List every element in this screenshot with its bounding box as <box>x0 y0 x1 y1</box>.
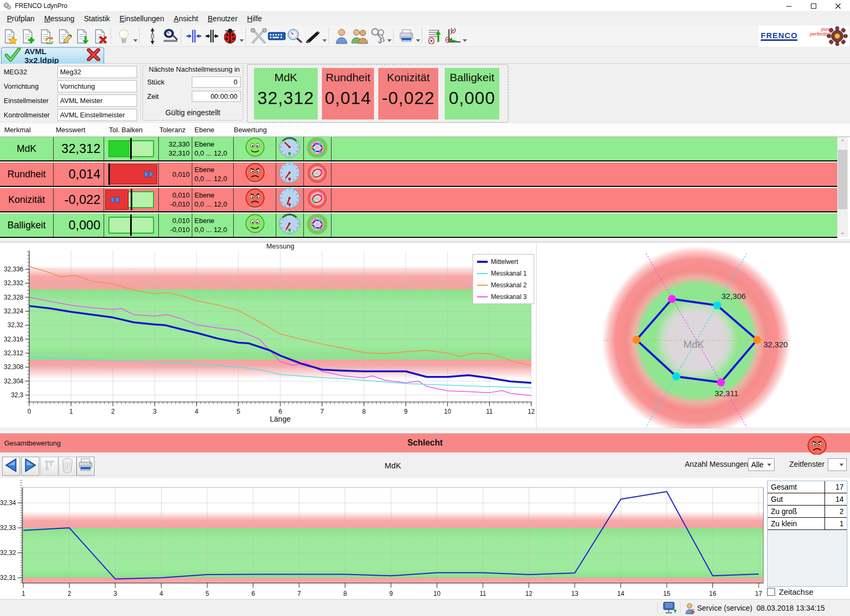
probe-button[interactable] <box>143 27 162 45</box>
maximize-button[interactable] <box>801 0 826 12</box>
delete-plan-button[interactable] <box>91 27 109 45</box>
group-title: Nächste Nachstellmessung in <box>147 65 241 73</box>
new-plan-button[interactable] <box>1 27 19 45</box>
table-header: Merkmal Messwert Tol. Balken Toleranz Eb… <box>0 123 850 137</box>
add-plan-button[interactable] <box>19 27 37 45</box>
keyboard-icon <box>268 30 286 42</box>
keys-button[interactable] <box>369 27 387 45</box>
pen-button[interactable] <box>304 27 322 45</box>
svg-text:1: 1 <box>69 408 73 415</box>
chevron-down-icon <box>416 39 420 42</box>
measure-device-button[interactable] <box>162 27 180 45</box>
zeitachse-checkbox[interactable] <box>767 588 775 596</box>
title-bar: FRENCO LdynPro <box>0 0 850 12</box>
chevron-down-icon <box>387 39 392 42</box>
svg-text:8: 8 <box>362 408 366 415</box>
keys-dropdown[interactable] <box>387 28 392 44</box>
svg-text:Messkanal 2: Messkanal 2 <box>491 281 527 289</box>
field-value[interactable]: Meg32 <box>57 66 137 78</box>
menu-item-messung[interactable]: Messung <box>39 13 79 24</box>
new-plan-icon <box>3 28 18 44</box>
tab-bar: AVML 3x2.ldpip <box>0 47 850 64</box>
keyboard-button[interactable] <box>268 27 286 45</box>
table-row-balligkeit[interactable]: Balligkeit 0,000 0,010-0,010 Ebene0,0 ..… <box>0 213 837 238</box>
toleranz-values: 32,33032,310 <box>159 137 192 160</box>
col-merkmal[interactable]: Merkmal <box>4 126 31 134</box>
reload-plan-button[interactable] <box>37 27 55 45</box>
toleranz-bar <box>104 162 159 186</box>
gueltig-status: Gültig eingestellt <box>143 108 243 117</box>
print-button[interactable] <box>397 27 415 45</box>
chart-dropdown[interactable] <box>462 28 468 44</box>
field-value[interactable]: AVML Einstellmeister <box>57 109 137 121</box>
minimize-button[interactable] <box>777 0 801 12</box>
kpi-value: 0,014 <box>322 88 374 108</box>
svg-text:15: 15 <box>663 590 670 597</box>
menu-item-statistik[interactable]: Statistik <box>79 13 115 24</box>
messwert-value: -0,022 <box>54 188 104 211</box>
scroll-down-icon[interactable]: ⌄ <box>837 227 848 237</box>
col-tolbalken[interactable]: Tol. Balken <box>109 126 143 134</box>
table-row-konizitaet[interactable]: Konizität -0,022 0,010-0,010 Ebene0,0 ..… <box>0 188 837 212</box>
svg-text:32,33: 32,33 <box>0 524 16 532</box>
stueck-value[interactable]: 0 <box>192 76 241 88</box>
scrollbar-thumb[interactable] <box>838 150 847 209</box>
svg-text:S: S <box>691 608 695 614</box>
zeit-value[interactable]: 00:00:00 <box>192 91 241 102</box>
table-row-rundheit[interactable]: Rundheit 0,014 0,010 Ebene0,0 ... 12,0 <box>0 162 837 187</box>
align-inward-button[interactable] <box>185 27 203 45</box>
chart-measure-button[interactable] <box>426 27 444 45</box>
col-toleranz[interactable]: Toleranz <box>159 126 185 134</box>
align-outward-button[interactable] <box>203 27 221 45</box>
kpi-value: -0,022 <box>378 88 438 108</box>
prev-button[interactable] <box>2 457 20 476</box>
messwert-value: 32,312 <box>54 137 104 160</box>
menu-item-prüfplan[interactable]: Prüfplan <box>2 13 39 24</box>
user-button[interactable] <box>333 27 351 45</box>
close-button[interactable] <box>826 0 850 12</box>
table-row-mdk[interactable]: MdK 32,312 32,33032,310 Ebene0,0 ... 12,… <box>0 137 837 161</box>
field-value[interactable]: AVML Meister <box>57 95 137 107</box>
lamp-dropdown[interactable] <box>133 28 138 44</box>
field-value[interactable]: Vorrichtung <box>57 80 137 92</box>
gauge-search-icon <box>286 28 303 44</box>
gauge-icon <box>276 137 304 160</box>
tab-close-icon[interactable] <box>87 48 100 63</box>
lamp-icon <box>118 28 130 44</box>
debug-button[interactable] <box>221 27 239 45</box>
menu-item-ansicht[interactable]: Ansicht <box>169 13 203 24</box>
lamp-button[interactable] <box>115 27 133 45</box>
measure-device-icon <box>162 28 180 44</box>
tools-button[interactable] <box>250 27 268 45</box>
menu-item-benutzer[interactable]: Benutzer <box>203 13 242 24</box>
debug-dropdown[interactable] <box>239 28 244 44</box>
users-button[interactable] <box>351 27 369 45</box>
scroll-up-icon[interactable]: ⌃ <box>837 137 848 147</box>
col-ebene[interactable]: Ebene <box>194 126 215 134</box>
tab-avml[interactable]: AVML 3x2.ldpip <box>1 47 104 64</box>
anzahl-select[interactable]: Alle <box>748 458 775 471</box>
edit-plan-button[interactable] <box>55 27 73 45</box>
polar-chart: 32,32032,30632,311MdK <box>537 243 850 429</box>
pen-dropdown[interactable] <box>322 28 327 44</box>
menu-item-hilfe[interactable]: Hilfe <box>242 13 267 24</box>
svg-text:32,332: 32,332 <box>4 279 23 287</box>
col-messwert[interactable]: Messwert <box>56 126 86 134</box>
menu-item-einstellungen[interactable]: Einstellungen <box>115 13 169 24</box>
svg-text:32,320: 32,320 <box>763 340 788 349</box>
gauge-search-button[interactable] <box>286 27 304 45</box>
checkmark-icon <box>5 48 21 64</box>
col-bewertung[interactable]: Bewertung <box>234 126 267 134</box>
chart-axis-button[interactable] <box>444 27 462 45</box>
import-plan-button[interactable] <box>73 27 91 45</box>
toleranz-values: 0,010 <box>159 162 192 186</box>
ebene-values: Ebene0,0 ... 12,0 <box>192 188 234 211</box>
polar-mini-icon <box>304 137 332 160</box>
svg-text:5: 5 <box>236 408 240 415</box>
print-dropdown[interactable] <box>415 28 421 44</box>
zeitfenster-select[interactable] <box>828 458 847 471</box>
svg-text:14: 14 <box>617 590 625 597</box>
svg-text:32,304: 32,304 <box>4 378 23 385</box>
table-scrollbar[interactable]: ⌃ ⌄ <box>837 137 848 237</box>
svg-text:Messung: Messung <box>266 243 294 250</box>
